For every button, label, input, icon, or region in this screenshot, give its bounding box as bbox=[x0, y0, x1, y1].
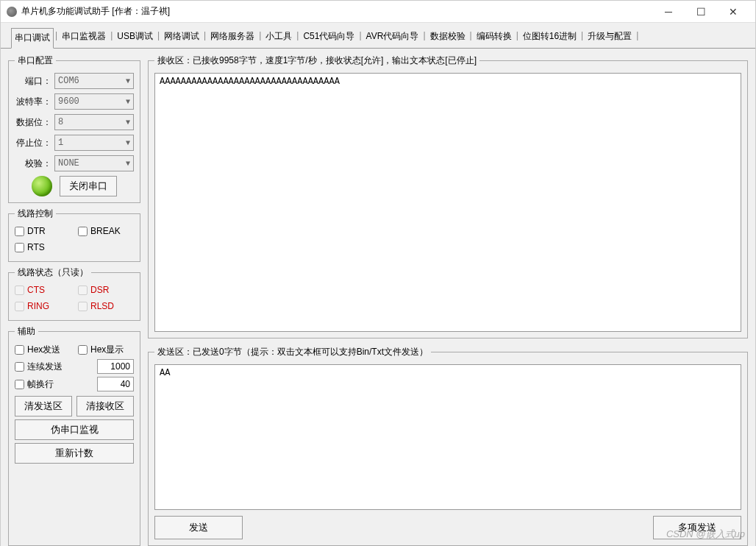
port-select[interactable]: COM6▼ bbox=[54, 73, 134, 89]
chevron-down-icon: ▼ bbox=[126, 139, 130, 147]
send-area-group: 发送区：已发送0字节（提示：双击文本框可以支持Bin/Txt文件发送） AA 发… bbox=[148, 346, 748, 546]
ring-indicator bbox=[15, 302, 24, 311]
tabstrip: 串口调试 |串口监视器 |USB调试 |网络调试 |网络服务器 |小工具 |C5… bbox=[1, 23, 755, 49]
clear-send-button[interactable]: 清发送区 bbox=[15, 396, 72, 416]
close-button[interactable]: ✕ bbox=[717, 1, 749, 23]
chevron-down-icon: ▼ bbox=[126, 160, 130, 168]
clear-recv-button[interactable]: 清接收区 bbox=[76, 396, 134, 416]
watermark: CSDN @嵌入式up bbox=[666, 528, 745, 541]
tab-net-server[interactable]: 网络服务器 bbox=[207, 27, 257, 48]
databits-select[interactable]: 8▼ bbox=[54, 114, 134, 130]
rts-checkbox[interactable] bbox=[15, 243, 24, 252]
continuous-send-checkbox[interactable] bbox=[15, 362, 24, 372]
chevron-down-icon: ▼ bbox=[126, 77, 130, 85]
line-control-group: 线路控制 DTR BREAK RTS bbox=[8, 208, 140, 262]
frame-wrap-checkbox[interactable] bbox=[15, 380, 24, 389]
frame-wrap-input[interactable] bbox=[97, 377, 134, 391]
stopbits-label: 停止位： bbox=[15, 137, 51, 149]
dsr-indicator bbox=[78, 286, 88, 295]
break-checkbox[interactable] bbox=[78, 227, 88, 236]
receive-area-group: 接收区：已接收9958字节，速度1字节/秒，接收状态[允许]，输出文本状态[已停… bbox=[148, 54, 748, 338]
baud-label: 波特率： bbox=[15, 96, 51, 108]
port-label: 端口： bbox=[15, 75, 51, 88]
send-button[interactable]: 发送 bbox=[154, 516, 243, 539]
tab-net-debug[interactable]: 网络调试 bbox=[161, 27, 202, 48]
serial-config-legend: 串口配置 bbox=[15, 54, 56, 67]
chevron-down-icon: ▼ bbox=[126, 98, 130, 106]
tab-usb-debug[interactable]: USB调试 bbox=[114, 27, 156, 48]
tab-checksum[interactable]: 数据校验 bbox=[427, 27, 468, 48]
left-panel: 串口配置 端口： COM6▼ 波特率： 9600▼ 数据位： 8▼ 停止位： 1… bbox=[8, 54, 140, 546]
baud-select[interactable]: 9600▼ bbox=[54, 93, 134, 110]
dtr-checkbox[interactable] bbox=[15, 227, 24, 236]
parity-label: 校验： bbox=[15, 157, 51, 170]
receive-area-legend: 接收区：已接收9958字节，速度1字节/秒，接收状态[允许]，输出文本状态[已停… bbox=[154, 54, 479, 67]
chevron-down-icon: ▼ bbox=[126, 118, 130, 127]
tab-bitmap-hex[interactable]: 位图转16进制 bbox=[520, 27, 580, 48]
close-port-button[interactable]: 关闭串口 bbox=[60, 176, 117, 196]
continuous-interval-input[interactable] bbox=[97, 359, 134, 374]
send-textarea[interactable]: AA bbox=[154, 364, 741, 510]
serial-config-group: 串口配置 端口： COM6▼ 波特率： 9600▼ 数据位： 8▼ 停止位： 1… bbox=[8, 54, 140, 203]
tab-tools[interactable]: 小工具 bbox=[263, 27, 295, 48]
window-title: 单片机多功能调试助手 [作者：温子祺] bbox=[21, 5, 170, 18]
stopbits-select[interactable]: 1▼ bbox=[54, 135, 134, 151]
aux-legend: 辅助 bbox=[15, 325, 38, 338]
databits-label: 数据位： bbox=[15, 116, 51, 129]
tab-c51-wizard[interactable]: C51代码向导 bbox=[300, 27, 357, 48]
parity-select[interactable]: NONE▼ bbox=[54, 155, 134, 171]
hex-send-checkbox[interactable] bbox=[15, 345, 24, 355]
receive-textarea[interactable]: AAAAAAAAAAAAAAAAAAAAAAAAAAAAAAAAAA bbox=[154, 73, 741, 332]
tab-serial-debug[interactable]: 串口调试 bbox=[11, 28, 54, 49]
line-status-legend: 线路状态（只读） bbox=[15, 266, 91, 279]
app-icon bbox=[7, 7, 17, 17]
virtual-port-monitor-button[interactable]: 伪串口监视 bbox=[15, 419, 134, 440]
line-control-legend: 线路控制 bbox=[15, 208, 56, 220]
tab-avr-wizard[interactable]: AVR代码向导 bbox=[363, 27, 422, 48]
cts-indicator bbox=[15, 286, 24, 295]
right-panel: 接收区：已接收9958字节，速度1字节/秒，接收状态[允许]，输出文本状态[已停… bbox=[148, 54, 748, 546]
hex-show-checkbox[interactable] bbox=[78, 345, 88, 355]
maximize-button[interactable]: ☐ bbox=[685, 1, 717, 23]
line-status-group: 线路状态（只读） CTS DSR RING RLSD bbox=[8, 266, 140, 321]
rlsd-indicator bbox=[78, 302, 88, 311]
tab-serial-monitor[interactable]: 串口监视器 bbox=[59, 27, 109, 48]
minimize-button[interactable]: ─ bbox=[652, 1, 685, 23]
tab-encoding[interactable]: 编码转换 bbox=[474, 27, 515, 48]
titlebar: 单片机多功能调试助手 [作者：温子祺] ─ ☐ ✕ bbox=[1, 1, 755, 23]
app-window: 单片机多功能调试助手 [作者：温子祺] ─ ☐ ✕ 串口调试 |串口监视器 |U… bbox=[0, 0, 756, 546]
aux-group: 辅助 Hex发送 Hex显示 连续发送 帧换行 清发送区 清接收区 伪串口监 bbox=[8, 325, 140, 546]
reset-count-button[interactable]: 重新计数 bbox=[15, 443, 134, 464]
tab-upgrade-config[interactable]: 升级与配置 bbox=[585, 27, 635, 48]
send-area-legend: 发送区：已发送0字节（提示：双击文本框可以支持Bin/Txt文件发送） bbox=[154, 346, 431, 358]
port-status-icon bbox=[32, 176, 52, 196]
